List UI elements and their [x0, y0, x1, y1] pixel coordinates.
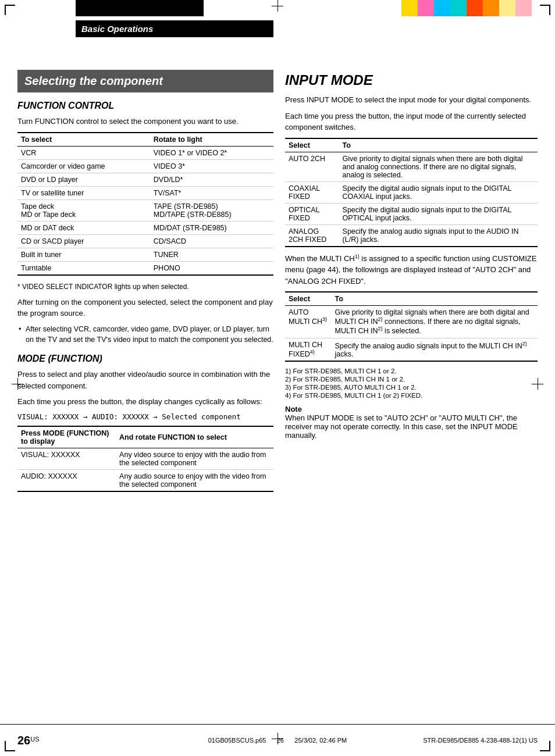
input-mode-body2: Each time you press the button, the inpu…: [285, 110, 538, 133]
table-row: CD or SACD playerCD/SACD: [17, 234, 273, 248]
mode-table: Press MODE (FUNCTION) to display And rot…: [17, 426, 273, 492]
function-bullet: After selecting VCR, camcorder, video ga…: [26, 324, 273, 346]
input-table2-col2: To: [332, 292, 538, 306]
bottom-left: 26US: [17, 734, 191, 747]
color-chip: [418, 0, 434, 16]
mode-function-title: MODE (FUNCTION): [17, 354, 273, 364]
function-control-body1: Turn FUNCTION control to select the comp…: [17, 116, 273, 127]
table-row: OPTICAL FIXEDSpecify the digital audio s…: [285, 203, 538, 224]
table-row: VCRVIDEO 1* or VIDEO 2*: [17, 146, 273, 159]
color-chip: [434, 0, 450, 16]
input-mode-table2: Select To AUTO MULTI CH3)Give priority t…: [285, 291, 538, 361]
top-bar: Basic Operations: [0, 0, 555, 76]
input-footnotes: 1) For STR-DE985, MULTI CH 1 or 2.2) For…: [285, 368, 538, 399]
bottom-right: STR-DE985/DE885 4-238-488-12(1) US: [364, 737, 538, 744]
color-chip: [450, 0, 467, 16]
section-title: Selecting the component: [24, 74, 266, 88]
file-name: 01GB05BSCUS.p65: [208, 737, 266, 744]
bottom-center: 01GB05BSCUS.p65 26 25/3/02, 02:46 PM: [191, 737, 364, 744]
footnote-item: 1) For STR-DE985, MULTI CH 1 or 2.: [285, 368, 538, 375]
table-row: Tape deck MD or Tape deckTAPE (STR-DE985…: [17, 199, 273, 221]
function-table-col1: To select: [17, 133, 150, 147]
section-title-box: Selecting the component: [17, 70, 273, 92]
input-mode-body1: Press INPUT MODE to select the input mod…: [285, 94, 538, 106]
table-row: AUTO 2CHGive priority to digital signals…: [285, 152, 538, 181]
mode-body2: Each time you press the button, the disp…: [17, 396, 273, 408]
table-row: TurntablePHONO: [17, 261, 273, 275]
function-control-title: FUNCTION control: [17, 101, 273, 111]
input-mode-table1: Select To AUTO 2CHGive priority to digit…: [285, 138, 538, 247]
table-row: Camcorder or video gameVIDEO 3*: [17, 159, 273, 173]
crosshair-top: [272, 0, 283, 12]
color-chip: [483, 0, 499, 16]
function-body2: After turning on the component you selec…: [17, 297, 273, 319]
function-table-col2: Rotate to light: [150, 133, 273, 147]
mode-flow: VISUAL: XXXXXX → AUDIO: XXXXXX → Selecte…: [17, 412, 273, 421]
color-chip: [467, 0, 483, 16]
table-row: ANALOG 2CH FIXEDSpecify the analog audio…: [285, 224, 538, 247]
table-row: DVD or LD playerDVD/LD*: [17, 173, 273, 186]
table-row: Built in tunerTUNER: [17, 248, 273, 261]
mode-body1: Press to select and play another video/a…: [17, 369, 273, 391]
color-chip: [515, 0, 532, 16]
table-row: AUTO MULTI CH3)Give priority to digital …: [285, 306, 538, 338]
note-label: Note: [285, 405, 302, 413]
table-row: MULTI CH FIXED4)Specify the analog audio…: [285, 338, 538, 361]
input-table2-col1: Select: [285, 292, 332, 306]
table-row: TV or satellite tunerTV/SAT*: [17, 186, 273, 199]
mode-table-col2: And rotate FUNCTION to select: [116, 426, 273, 448]
color-chip: [499, 0, 515, 16]
table-row: VISUAL: XXXXXXAny video source to enjoy …: [17, 448, 273, 469]
input-table1-col1: Select: [285, 138, 339, 152]
basic-ops-header: Basic Operations: [76, 20, 273, 37]
function-footnote: * VIDEO SELECT INDICATOR lights up when …: [17, 281, 273, 292]
table-row: AUDIO: XXXXXXAny audio source to enjoy w…: [17, 469, 273, 491]
footnote-item: 2) For STR-DE985, MULTI CH IN 1 or 2.: [285, 376, 538, 383]
input-mode-body3: When the MULTI CH1) is assigned to a spe…: [285, 253, 538, 287]
function-table: To select Rotate to light VCRVIDEO 1* or…: [17, 132, 273, 276]
note-text: When INPUT MODE is set to "AUTO 2CH" or …: [285, 413, 518, 440]
bottom-bar: 26US 01GB05BSCUS.p65 26 25/3/02, 02:46 P…: [0, 724, 555, 756]
timestamp: 25/3/02, 02:46 PM: [294, 737, 347, 744]
black-rect: [76, 0, 204, 16]
basic-ops-title: Basic Operations: [81, 24, 153, 34]
right-column: INPUT MODE Press INPUT MODE to select th…: [285, 70, 538, 721]
note-section: Note When INPUT MODE is set to "AUTO 2CH…: [285, 405, 538, 440]
color-chip: [401, 0, 418, 16]
model-info: STR-DE985/DE885 4-238-488-12(1) US: [423, 737, 538, 744]
page-num: 26US: [17, 739, 40, 746]
left-column: Selecting the component FUNCTION control…: [17, 70, 273, 721]
footnote-item: 3) For STR-DE985, AUTO MULTI CH 1 or 2.: [285, 384, 538, 391]
color-chips: [401, 0, 532, 16]
page-number-center: 26: [277, 737, 284, 744]
input-table1-col2: To: [339, 138, 538, 152]
footnote-item: 4) For STR-DE985, MULTI CH 1 (or 2) FIXE…: [285, 392, 538, 399]
main-content: Selecting the component FUNCTION control…: [17, 70, 538, 721]
input-mode-title: INPUT MODE: [285, 72, 538, 88]
mode-table-col1: Press MODE (FUNCTION) to display: [17, 426, 116, 448]
table-row: MD or DAT deckMD/DAT (STR-DE985): [17, 221, 273, 234]
table-row: COAXIAL FIXEDSpecify the digital audio s…: [285, 181, 538, 203]
